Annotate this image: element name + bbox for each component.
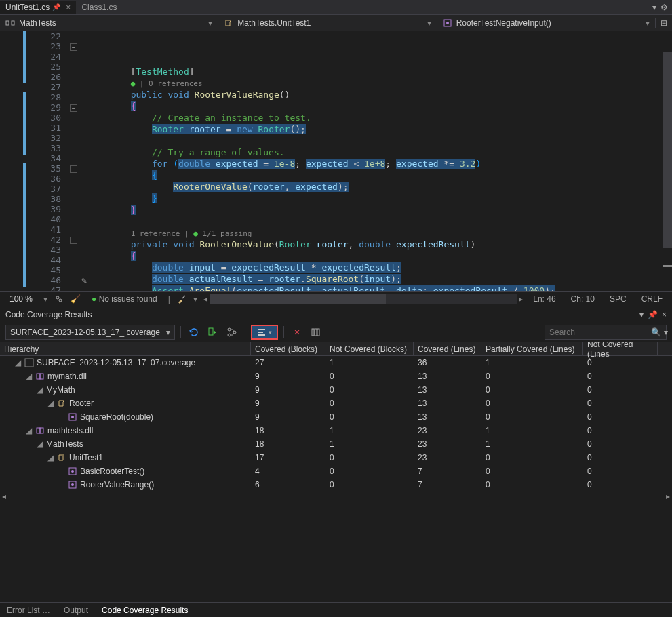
pin-icon[interactable]: 📌 <box>648 310 658 319</box>
namespace-icon <box>5 18 15 28</box>
breadcrumb-class[interactable]: MathTests.UnitTest1 ▾ <box>218 18 437 28</box>
code-cleanup-icon[interactable]: 🧹 <box>71 294 81 304</box>
grid-horizontal-scrollbar[interactable]: ◂ ▸ <box>0 492 672 501</box>
column-indicator[interactable]: Ch: 10 <box>567 294 599 304</box>
chevron-down-icon[interactable]: ▾ <box>664 327 668 337</box>
breadcrumb-label: MathTests.UnitTest1 <box>237 18 311 28</box>
expander-icon[interactable]: ◢ <box>15 358 22 367</box>
zoom-level[interactable]: 100 % <box>5 294 37 304</box>
cell-value: 0 <box>481 372 583 381</box>
cell-value: 0 <box>583 412 658 422</box>
tab-unittest1[interactable]: UnitTest1.cs 📌 × <box>0 1 76 14</box>
dll-icon <box>35 372 45 381</box>
remove-button[interactable]: ✕ <box>290 325 304 340</box>
cell-value: 7 <box>414 480 481 490</box>
table-row[interactable]: ◢MathTests1812310 <box>0 437 672 451</box>
column-header[interactable]: Partially Covered (Lines) <box>481 342 583 356</box>
breadcrumb-method[interactable]: RooterTestNegativeInput() ▾ <box>437 18 656 28</box>
brush-icon[interactable] <box>177 294 186 304</box>
tab-errorlist[interactable]: Error List … <box>0 603 57 617</box>
code-area[interactable]: [TestMethod] ● | 0 references public voi… <box>68 31 672 291</box>
scroll-right-icon[interactable]: ▸ <box>664 492 672 501</box>
cell-value: 23 <box>414 439 481 449</box>
column-header[interactable]: Not Covered (Lines <box>583 342 658 356</box>
scroll-left-icon[interactable]: ◂ <box>201 294 210 304</box>
svg-rect-17 <box>37 374 40 379</box>
pin-icon[interactable]: 📌 <box>52 3 60 11</box>
cell-value: 7 <box>414 466 481 476</box>
search-box[interactable]: 🔍 ▾ <box>545 325 667 340</box>
coverage-file-combo[interactable]: SURFACE_2023-12-05.13_17_ coverage ▾ <box>5 325 175 340</box>
close-icon[interactable]: × <box>662 310 667 319</box>
chevron-down-icon: ▾ <box>646 18 650 28</box>
chevron-down-icon[interactable]: ▾ <box>193 294 197 304</box>
merge-button[interactable] <box>224 325 239 340</box>
row-name: UnitTest1 <box>69 453 103 462</box>
breadcrumb-label: MathTests <box>19 18 56 28</box>
vertical-scrollbar[interactable] <box>663 31 672 291</box>
tab-class1[interactable]: Class1.cs <box>76 1 122 14</box>
column-header[interactable]: Covered (Lines) <box>414 342 481 356</box>
row-name: MyMath <box>46 385 75 395</box>
line-indicator[interactable]: Ln: 46 <box>529 294 559 304</box>
horizontal-scrollbar[interactable]: ◂ ▸ <box>210 294 517 304</box>
search-input[interactable] <box>549 327 651 337</box>
indent-indicator[interactable]: SPC <box>606 294 631 304</box>
import-button[interactable] <box>186 325 201 340</box>
expander-icon[interactable]: ◢ <box>26 426 33 435</box>
close-icon[interactable]: × <box>66 3 71 12</box>
gear-icon[interactable]: ⚙ <box>660 3 668 12</box>
table-row[interactable]: ◢mathtests.dll1812310 <box>0 424 672 437</box>
table-row[interactable]: ◢MyMath901300 <box>0 383 672 397</box>
column-header[interactable]: Not Covered (Blocks) <box>325 342 414 356</box>
expander-icon[interactable]: ◢ <box>47 453 54 462</box>
scroll-left-icon[interactable]: ◂ <box>0 492 8 501</box>
tab-codecoverage[interactable]: Code Coverage Results <box>95 603 195 617</box>
table-row[interactable]: ◢Rooter901300 <box>0 397 672 410</box>
issues-label: No issues found <box>99 294 157 304</box>
user-icon[interactable] <box>54 294 64 304</box>
svg-rect-11 <box>258 332 263 333</box>
scroll-right-icon[interactable]: ▸ <box>517 294 525 304</box>
export-button[interactable] <box>205 325 220 340</box>
lineending-indicator[interactable]: CRLF <box>637 294 667 304</box>
table-row[interactable]: ◢UnitTest11702300 <box>0 451 672 464</box>
scrollbar-thumb[interactable] <box>210 294 386 304</box>
columns-button[interactable] <box>309 325 323 340</box>
svg-rect-10 <box>258 329 265 330</box>
table-row[interactable]: ◢mymath.dll901300 <box>0 370 672 383</box>
show-coverage-coloring-button[interactable]: ▾ <box>251 325 278 340</box>
table-row[interactable]: BasicRooterTest()40700 <box>0 464 672 478</box>
editor-tab-strip: UnitTest1.cs 📌 × Class1.cs ▾ ⚙ <box>0 0 672 15</box>
column-header[interactable]: Covered (Blocks) <box>251 342 325 356</box>
table-row[interactable]: ◢SURFACE_2023-12-05.13_17_07.coverage271… <box>0 356 672 370</box>
class-icon <box>57 399 66 408</box>
cell-value: 0 <box>325 399 414 408</box>
class-icon <box>224 18 233 28</box>
expander-icon[interactable]: ◢ <box>37 385 43 395</box>
table-row[interactable]: SquareRoot(double)901300 <box>0 410 672 424</box>
search-icon[interactable]: 🔍 <box>651 327 661 337</box>
expander-icon[interactable]: ◢ <box>26 372 33 381</box>
cell-value: 0 <box>583 453 658 462</box>
tab-output[interactable]: Output <box>57 603 95 617</box>
cell-value: 13 <box>414 412 481 422</box>
expander-icon[interactable]: ◢ <box>47 399 54 408</box>
table-row[interactable]: RooterValueRange()60700 <box>0 478 672 492</box>
output-tab-strip: Error List … Output Code Coverage Result… <box>0 602 672 617</box>
breadcrumb-namespace[interactable]: MathTests ▾ <box>0 18 218 28</box>
chevron-down-icon[interactable]: ▾ <box>639 310 644 319</box>
cell-value: 1 <box>325 439 414 449</box>
column-header[interactable]: Hierarchy <box>0 342 251 356</box>
split-editor-icon[interactable]: ⊟ <box>656 18 672 28</box>
svg-rect-16 <box>25 359 33 367</box>
grid-header-row: HierarchyCovered (Blocks)Not Covered (Bl… <box>0 342 672 356</box>
expander-icon[interactable]: ◢ <box>37 439 43 449</box>
code-editor[interactable]: 2223−242526272829−303132333435−363738394… <box>0 31 672 291</box>
chevron-down-icon[interactable]: ▾ <box>43 294 47 304</box>
cell-value: 0 <box>325 385 414 395</box>
scrollbar-thumb[interactable] <box>663 52 672 248</box>
cell-value: 0 <box>481 412 583 422</box>
scroll-mark <box>663 265 672 267</box>
dropdown-icon[interactable]: ▾ <box>652 3 656 12</box>
